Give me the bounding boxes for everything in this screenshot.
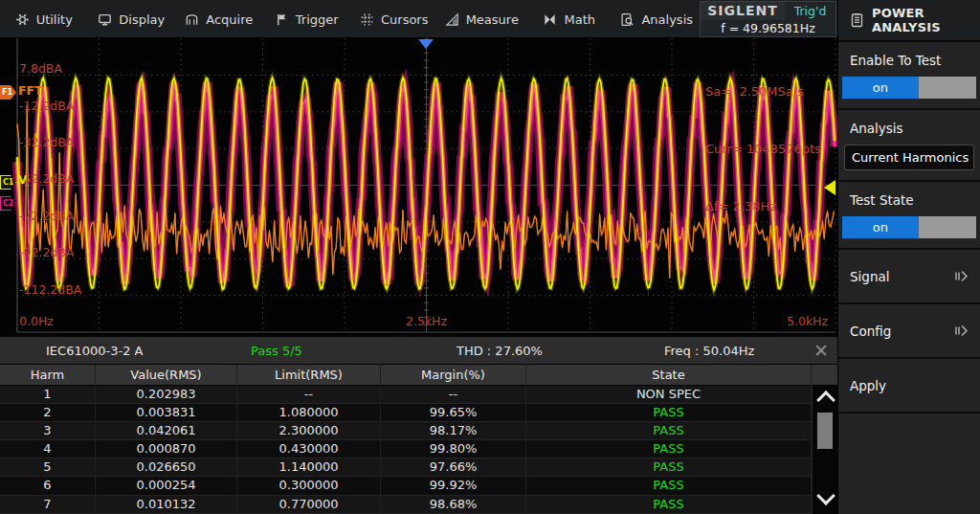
cell-margin: -- — [381, 386, 526, 403]
signal-label: Signal — [850, 269, 889, 284]
cell-harm: 7 — [0, 496, 96, 513]
waveform-display: 7.8dBA-12.2dBA-32.2dBA-52.2dBA-72.2dBA-9… — [0, 38, 837, 337]
menu-item-label: Math — [564, 12, 595, 27]
apply-label: Apply — [850, 378, 886, 393]
cell-margin: 98.17% — [381, 422, 526, 439]
cell-state: PASS — [526, 496, 812, 513]
enable-to-test-toggle[interactable]: on — [842, 77, 976, 99]
fft-scale-label: -72.2dBA — [19, 209, 74, 223]
fft-scale-label: -32.2dBA — [19, 135, 74, 149]
apply-button[interactable]: Apply — [838, 359, 980, 413]
config-label: Config — [850, 324, 891, 339]
pass-status: Pass 5/5 — [251, 337, 302, 365]
cell-value: 0.010132 — [96, 496, 237, 513]
table-row[interactable]: 60.0002540.30000099.92%PASS — [0, 477, 812, 495]
panel-title: POWER ANALYSIS — [872, 6, 980, 34]
ch1-unit-label: V — [18, 173, 27, 187]
cell-state: PASS — [526, 422, 812, 439]
oscilloscope-screen: UtilityDisplayAcquireTriggerCursorsMeasu… — [0, 0, 980, 514]
fft-scale-label: -112.2dBA — [19, 282, 81, 297]
menu-item-math[interactable]: Math — [525, 0, 613, 38]
menu-item-measure[interactable]: Measure — [438, 0, 526, 38]
cell-state: PASS — [526, 477, 812, 494]
expand-right-icon — [954, 324, 969, 337]
cell-limit: 2.300000 — [237, 422, 381, 439]
menu-item-utility[interactable]: Utility — [0, 0, 88, 38]
ruler-triangle-icon — [445, 12, 459, 27]
fft-scale-label: -12.2dBA — [19, 99, 74, 113]
table-row[interactable]: 50.0266501.14000097.66%PASS — [0, 458, 812, 477]
config-menu-item[interactable]: Config — [838, 304, 980, 359]
analysis-dropdown[interactable]: Current Harmonics — [844, 145, 974, 170]
cell-state: PASS — [526, 458, 812, 476]
siglent-logo: SIGLENT — [701, 2, 785, 20]
menu-item-trigger[interactable]: Trigger — [263, 0, 351, 38]
cell-limit: 1.080000 — [237, 404, 381, 421]
gear-icon — [15, 12, 30, 27]
freq-axis-end: 5.0kHz — [787, 314, 828, 328]
menu: UtilityDisplayAcquireTriggerCursorsMeasu… — [0, 0, 701, 38]
col-state: State — [526, 365, 812, 386]
cell-limit: -- — [237, 386, 381, 403]
thd-readout: THD : 27.60% — [457, 337, 543, 365]
scrollbar-thumb[interactable] — [817, 413, 833, 449]
menu-item-label: Display — [119, 12, 165, 27]
table-row[interactable]: 10.202983----NON SPEC — [0, 386, 812, 404]
trigger-level-marker[interactable] — [824, 180, 835, 195]
cell-limit: 0.300000 — [237, 477, 381, 494]
acquisition-info: Sa= 2.50MSa/s Curr= 1048576pts Δf= 2.38H… — [705, 44, 821, 255]
panel-header: POWER ANALYSIS — [838, 0, 980, 42]
test-standard: IEC61000-3-2 A — [46, 337, 143, 365]
freq-axis-start: 0.0Hz — [19, 314, 54, 328]
cell-harm: 4 — [0, 440, 96, 458]
cell-value: 0.202983 — [96, 386, 237, 403]
fft-trace-label: FFT — [18, 83, 43, 98]
menu-item-display[interactable]: Display — [88, 0, 176, 38]
fft-scale-label: -92.2dBA — [19, 245, 74, 259]
trigger-position-marker[interactable] — [418, 39, 434, 49]
table-row[interactable]: 20.0038311.08000099.65%PASS — [0, 404, 812, 422]
menu-item-label: Measure — [466, 12, 519, 27]
col-limit: Limit(RMS) — [237, 365, 381, 386]
analysis-selected-value: Current Harmonics — [852, 150, 969, 165]
fft-scale-label: -52.2dBA — [19, 171, 74, 186]
test-state-toggle[interactable]: on — [842, 216, 976, 238]
monitor-icon — [98, 12, 112, 27]
cell-harm: 3 — [0, 422, 96, 439]
cell-limit: 0.430000 — [237, 440, 381, 458]
cell-value: 0.000870 — [96, 440, 237, 458]
table-row[interactable]: 40.0008700.43000099.80%PASS — [0, 440, 812, 458]
cell-harm: 5 — [0, 458, 96, 476]
menu-item-acquire[interactable]: Acquire — [175, 0, 263, 38]
trigger-status-block: SIGLENT Trig'd f = 49.96581Hz — [700, 1, 836, 37]
scroll-up-icon[interactable] — [813, 388, 838, 411]
menu-item-label: Cursors — [381, 12, 429, 27]
sample-rate: Sa= 2.50MSa/s — [705, 82, 821, 101]
menu-item-analysis[interactable]: Analysis — [613, 0, 702, 38]
enable-to-test-label: Enable To Test — [842, 50, 976, 68]
enable-to-test-section: Enable To Test on — [838, 42, 980, 110]
acquire-icon — [185, 12, 199, 27]
signal-menu-item[interactable]: Signal — [838, 250, 980, 304]
flag-icon — [275, 12, 289, 27]
table-scrollbar — [812, 386, 837, 514]
scroll-down-icon[interactable] — [813, 487, 838, 510]
menu-item-label: Acquire — [206, 12, 253, 27]
frequency-readout: f = 49.96581Hz — [701, 20, 835, 36]
cell-margin: 99.92% — [381, 477, 526, 494]
col-spacer — [812, 365, 837, 386]
cell-harm: 6 — [0, 477, 96, 494]
cell-state: PASS — [526, 440, 812, 458]
toggle-on-value: on — [842, 77, 919, 99]
freq-axis-mid: 2.5kHz — [406, 314, 447, 328]
table-row[interactable]: 30.0420612.30000098.17%PASS — [0, 422, 812, 440]
menu-item-cursors[interactable]: Cursors — [350, 0, 438, 38]
table-row[interactable]: 70.0101320.77000098.68%PASS — [0, 496, 812, 514]
test-state-section: Test State on — [838, 182, 980, 250]
expand-right-icon — [954, 270, 969, 282]
trigger-status: Trig'd — [785, 4, 835, 18]
memory-points: Curr= 1048576pts — [705, 140, 821, 159]
close-icon[interactable]: ✕ — [810, 338, 833, 364]
cell-margin: 99.65% — [381, 404, 526, 421]
cell-state: PASS — [526, 404, 812, 421]
